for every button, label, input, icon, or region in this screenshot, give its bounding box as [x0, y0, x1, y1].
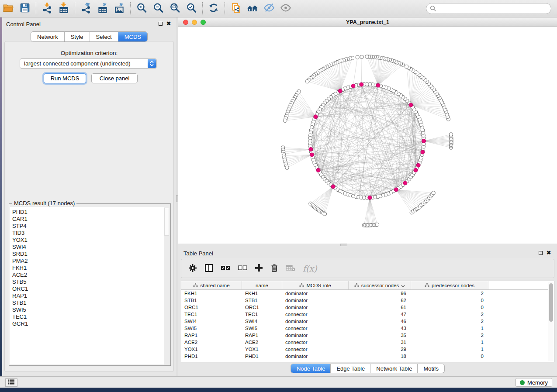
cell-shared_name[interactable]: ACE2 — [181, 340, 242, 345]
select-all-rows-button[interactable] — [221, 265, 230, 272]
mcds-result-list[interactable]: PHD1CAR1STP4TID3YOX1SWI4SRD1PMA2FKH1ACE2… — [10, 207, 170, 364]
function-builder-button[interactable]: f(x) — [303, 264, 317, 273]
delete-table-button[interactable] — [286, 265, 295, 273]
dominator-node[interactable] — [376, 83, 380, 87]
cell-role[interactable]: connector — [282, 340, 349, 345]
list-item[interactable]: ORC1 — [10, 285, 170, 292]
dominator-node[interactable] — [351, 84, 355, 88]
cell-successors[interactable]: 46 — [349, 319, 411, 324]
dominator-node[interactable] — [310, 153, 314, 157]
cell-shared_name[interactable]: TEC1 — [181, 312, 242, 317]
export-image-button[interactable] — [111, 1, 128, 16]
cell-name[interactable]: YOX1 — [242, 347, 282, 352]
cell-name[interactable]: SWI5 — [242, 326, 282, 331]
cell-role[interactable]: dominator — [282, 333, 349, 338]
cell-name[interactable]: ORC1 — [242, 305, 282, 310]
dominator-node[interactable] — [421, 150, 425, 154]
list-item[interactable]: STB1 — [10, 299, 170, 306]
list-item[interactable]: SWI4 — [10, 244, 170, 251]
close-panel-button[interactable]: Close panel — [91, 73, 138, 83]
cell-shared_name[interactable]: FKH1 — [181, 291, 242, 296]
dominator-node[interactable] — [403, 181, 407, 185]
cell-predecessors[interactable]: 2 — [411, 333, 488, 338]
float-window-icon[interactable] — [539, 251, 543, 255]
list-item[interactable]: ACE2 — [10, 272, 170, 279]
tab-select[interactable]: Select — [90, 32, 118, 41]
show-graphics-button[interactable] — [277, 1, 294, 16]
table-row[interactable]: STB1STB1dominator620 — [181, 297, 554, 304]
list-item[interactable]: SRD1 — [10, 251, 170, 258]
tab-mcds[interactable]: MCDS — [118, 32, 147, 41]
two-houses-button[interactable] — [244, 1, 261, 16]
divider-grabber[interactable] — [176, 195, 178, 202]
cell-shared_name[interactable]: SWI4 — [181, 319, 242, 324]
cell-shared_name[interactable]: SWI5 — [181, 326, 242, 331]
dominator-node[interactable] — [409, 103, 413, 107]
network-graph[interactable] — [178, 27, 557, 244]
open-file-button[interactable] — [0, 1, 17, 16]
dominator-node[interactable] — [360, 83, 363, 86]
table-options-button[interactable] — [188, 264, 197, 274]
dominator-node[interactable] — [338, 89, 342, 93]
export-network-button[interactable] — [78, 1, 94, 16]
dominator-node[interactable] — [414, 168, 418, 172]
cell-name[interactable]: RAP1 — [242, 333, 282, 338]
tab-motifs[interactable]: Motifs — [418, 364, 444, 373]
list-item[interactable]: SWI5 — [10, 306, 170, 313]
cell-shared_name[interactable]: RAP1 — [181, 333, 242, 338]
tab-edge-table[interactable]: Edge Table — [331, 364, 370, 373]
tab-network-table[interactable]: Network Table — [370, 364, 418, 373]
column-header-successor-nodes[interactable]: successor nodes — [349, 281, 411, 289]
cell-successors[interactable]: 29 — [349, 347, 411, 352]
delete-column-button[interactable] — [270, 264, 278, 274]
cell-shared_name[interactable]: STB1 — [181, 298, 242, 303]
dominator-node[interactable] — [422, 139, 426, 143]
network-node[interactable] — [356, 55, 359, 59]
chevron-down-icon[interactable] — [401, 283, 405, 288]
cell-predecessors[interactable]: 1 — [411, 347, 488, 352]
cell-successors[interactable]: 43 — [349, 326, 411, 331]
cell-predecessors[interactable]: 0 — [411, 305, 488, 310]
cell-name[interactable]: FKH1 — [242, 291, 282, 296]
list-item[interactable]: PMA2 — [10, 258, 170, 265]
network-node[interactable] — [323, 212, 326, 216]
list-item[interactable]: TEC1 — [10, 313, 170, 320]
column-header-predecessor-nodes[interactable]: predecessor nodes — [411, 281, 488, 289]
table-row[interactable]: SWI4SWI4dominator462 — [181, 318, 554, 325]
cell-shared_name[interactable]: ORC1 — [181, 305, 242, 310]
cell-role[interactable]: dominator — [282, 305, 349, 310]
network-node[interactable] — [432, 191, 435, 195]
cell-predecessors[interactable]: 2 — [411, 319, 488, 324]
list-item[interactable]: PHD1 — [10, 207, 170, 216]
refresh-button[interactable] — [205, 1, 222, 16]
horizontal-split-divider[interactable] — [178, 244, 557, 247]
cell-successors[interactable]: 62 — [349, 298, 411, 303]
cell-role[interactable]: connector — [282, 326, 349, 331]
list-item[interactable]: GCR1 — [10, 320, 170, 327]
cell-shared_name[interactable]: PHD1 — [181, 354, 242, 359]
optimization-criterion-select[interactable]: largest connected component (undirected) — [20, 58, 157, 69]
cell-role[interactable]: dominator — [282, 319, 349, 324]
cell-predecessors[interactable]: 2 — [411, 291, 488, 296]
close-panel-icon[interactable]: ✖ — [166, 21, 171, 27]
table-scrollbar[interactable] — [548, 281, 554, 362]
import-table-button[interactable] — [55, 1, 72, 16]
cell-name[interactable]: TEC1 — [242, 312, 282, 317]
zoom-out-button[interactable] — [150, 1, 166, 16]
cell-successors[interactable]: 35 — [349, 333, 411, 338]
vertical-split-divider[interactable] — [176, 17, 178, 376]
network-node[interactable] — [284, 119, 287, 122]
column-header-name[interactable]: name — [242, 281, 282, 289]
cell-successors[interactable]: 47 — [349, 312, 411, 317]
table-row[interactable]: FKH1FKH1dominator962 — [181, 290, 554, 297]
cell-predecessors[interactable]: 2 — [411, 312, 488, 317]
tab-style[interactable]: Style — [65, 32, 90, 41]
cell-role[interactable]: connector — [282, 312, 349, 317]
list-item[interactable]: RAP1 — [10, 292, 170, 299]
close-panel-icon[interactable]: ✖ — [547, 250, 551, 256]
column-header-shared-name[interactable]: shared name — [181, 281, 242, 289]
cell-name[interactable]: SWI4 — [242, 319, 282, 324]
table-row[interactable]: RAP1RAP1dominator352 — [181, 332, 554, 339]
cell-predecessors[interactable]: 0 — [411, 354, 488, 359]
run-mcds-button[interactable]: Run MCDS — [44, 73, 86, 83]
